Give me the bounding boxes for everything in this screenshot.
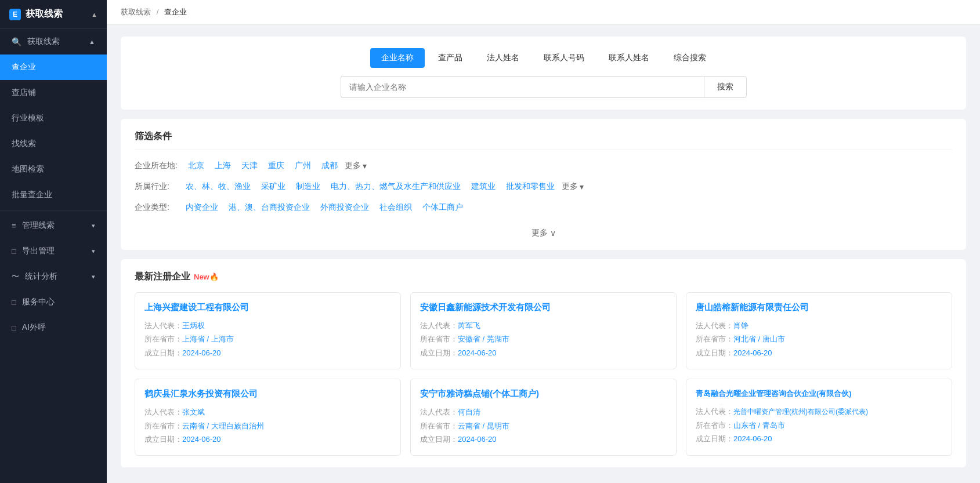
- loc-value-5: 山东省 / 青岛市: [733, 421, 785, 430]
- content-area: 企业名称 查产品 法人姓名 联系人号码 联系人姓名 综合搜索 搜索 筛选条件 企…: [107, 25, 980, 483]
- sidebar-item-get-leads[interactable]: 🔍 获取线索 ▲: [0, 29, 107, 55]
- chevron-down-icon-3: ∨: [550, 228, 556, 238]
- date-value-1: 2024-06-20: [458, 348, 497, 357]
- latest-section: 最新注册企业 New🔥 上海兴蜜建设工程有限公司 法人代表：王炳权 所在省市：上…: [121, 259, 966, 467]
- tab-company-name[interactable]: 企业名称: [370, 48, 425, 68]
- filter-mfg[interactable]: 制造业: [292, 180, 324, 193]
- company-name-0: 上海兴蜜建设工程有限公司: [144, 302, 391, 313]
- breadcrumb-parent[interactable]: 获取线索: [121, 8, 151, 16]
- sidebar: E 获取线索 ▲ 🔍 获取线索 ▲ 查企业 查店铺 行业模板 找线索 地图检索 …: [0, 0, 107, 483]
- tab-comprehensive[interactable]: 综合搜索: [663, 48, 717, 68]
- search-button[interactable]: 搜索: [704, 76, 747, 98]
- date-label-1: 成立日期：: [420, 348, 458, 357]
- filter-individual[interactable]: 个体工商户: [419, 201, 467, 214]
- filter-chongqing[interactable]: 重庆: [265, 159, 288, 172]
- filter-more-bottom[interactable]: 更多 ∨: [135, 222, 952, 238]
- more-label: 更多: [531, 228, 548, 238]
- sidebar-item-pilian-qiye[interactable]: 批量查企业: [0, 182, 107, 208]
- company-info-3: 法人代表：张文斌 所在省市：云南省 / 大理白族自治州 成立日期：2024-06…: [144, 405, 391, 446]
- sidebar-item-manage-leads[interactable]: ≡ 管理线索 ▾: [0, 213, 107, 238]
- filter-row-type: 企业类型: 内资企业 港、澳、台商投资企业 外商投资企业 社会组织 个体工商户: [135, 201, 952, 214]
- tab-legal-person[interactable]: 法人姓名: [476, 48, 530, 68]
- filter-utilities[interactable]: 电力、热力、燃气及水生产和供应业: [327, 180, 464, 193]
- filter-label-location: 企业所在地:: [135, 159, 178, 171]
- company-info-1: 法人代表：芮军飞 所在省市：安徽省 / 芜湖市 成立日期：2024-06-20: [420, 319, 667, 359]
- legal-label-4: 法人代表：: [420, 408, 458, 416]
- search-input[interactable]: [341, 76, 704, 98]
- filter-beijing[interactable]: 北京: [185, 159, 208, 172]
- company-card-4[interactable]: 安宁市雅诗糕点铺(个体工商户) 法人代表：何自清 所在省市：云南省 / 昆明市 …: [410, 379, 677, 456]
- legal-label-5: 法人代表：: [696, 407, 733, 416]
- tab-product[interactable]: 查产品: [427, 48, 473, 68]
- logo-arrow: ▲: [91, 11, 97, 18]
- company-info-0: 法人代表：王炳权 所在省市：上海省 / 上海市 成立日期：2024-06-20: [144, 319, 391, 359]
- chevron-down-icon-2: ▾: [580, 182, 584, 191]
- legal-value-1: 芮军飞: [458, 321, 480, 330]
- latest-title-text: 最新注册企业: [135, 271, 190, 283]
- sidebar-item-cha-qiye[interactable]: 查企业: [0, 55, 107, 80]
- sidebar-item-zhao-xiansuo[interactable]: 找线索: [0, 131, 107, 157]
- date-label-4: 成立日期：: [420, 435, 458, 444]
- arrow-icon: ▲: [89, 38, 95, 45]
- manage-icon: ≡: [12, 221, 16, 230]
- filter-mining[interactable]: 采矿业: [258, 180, 289, 193]
- search-bar: 搜索: [341, 76, 747, 98]
- sidebar-item-service-center[interactable]: □ 服务中心: [0, 289, 107, 315]
- filter-values-industry: 农、林、牧、渔业 采矿业 制造业 电力、热力、燃气及水生产和供应业 建筑业 批发…: [182, 180, 584, 193]
- company-card-1[interactable]: 安徽日鑫新能源技术开发有限公司 法人代表：芮军飞 所在省市：安徽省 / 芜湖市 …: [410, 292, 677, 369]
- company-card-0[interactable]: 上海兴蜜建设工程有限公司 法人代表：王炳权 所在省市：上海省 / 上海市 成立日…: [135, 292, 401, 369]
- filter-social[interactable]: 社会组织: [376, 201, 415, 214]
- divider-1: [0, 210, 107, 210]
- loc-label-5: 所在省市：: [696, 421, 733, 430]
- company-card-5[interactable]: 青岛融合光曜企业管理咨询合伙企业(有限合伙) 法人代表：光普中曜资产管理(杭州)…: [686, 379, 952, 456]
- date-value-4: 2024-06-20: [458, 435, 497, 444]
- tab-contact-phone[interactable]: 联系人号码: [533, 48, 595, 68]
- filter-location-more[interactable]: 更多 ▾: [345, 161, 367, 171]
- date-label-3: 成立日期：: [144, 435, 182, 444]
- filter-foreign[interactable]: 外商投资企业: [317, 201, 373, 214]
- company-name-4: 安宁市雅诗糕点铺(个体工商户): [420, 388, 667, 400]
- legal-value-0: 王炳权: [182, 321, 205, 330]
- chevron-down-icon: ▾: [363, 161, 367, 170]
- sidebar-item-hangye-muban-label: 行业模板: [12, 113, 44, 124]
- manage-arrow-icon: ▾: [92, 222, 95, 230]
- search-section: 企业名称 查产品 法人姓名 联系人号码 联系人姓名 综合搜索 搜索: [121, 37, 966, 110]
- loc-value-3: 云南省 / 大理白族自治州: [182, 422, 264, 430]
- sidebar-item-ai-outbound[interactable]: □ AI外呼: [0, 315, 107, 340]
- breadcrumb-current: 查企业: [164, 8, 187, 16]
- date-value-3: 2024-06-20: [182, 435, 221, 444]
- sidebar-item-export-manage[interactable]: □ 导出管理 ▾: [0, 238, 107, 264]
- sidebar-item-zhao-xiansuo-label: 找线索: [12, 139, 36, 149]
- breadcrumb-sep: /: [157, 8, 159, 16]
- filter-industry-more[interactable]: 更多 ▾: [562, 181, 584, 192]
- filter-hkmacau[interactable]: 港、澳、台商投资企业: [225, 201, 313, 214]
- export-arrow-icon: ▾: [92, 248, 95, 255]
- filter-values-type: 内资企业 港、澳、台商投资企业 外商投资企业 社会组织 个体工商户: [182, 201, 467, 214]
- legal-value-3: 张文斌: [182, 408, 205, 416]
- loc-value-2: 河北省 / 唐山市: [733, 335, 785, 343]
- filter-row-industry: 所属行业: 农、林、牧、渔业 采矿业 制造业 电力、热力、燃气及水生产和供应业 …: [135, 180, 952, 193]
- sidebar-item-ditu-sousuo[interactable]: 地图检索: [0, 157, 107, 182]
- loc-label-4: 所在省市：: [420, 422, 458, 430]
- date-value-0: 2024-06-20: [182, 348, 221, 357]
- tab-contact-name[interactable]: 联系人姓名: [598, 48, 660, 68]
- filter-tianjin[interactable]: 天津: [238, 159, 261, 172]
- sidebar-item-get-leads-label: 获取线索: [27, 37, 60, 47]
- filter-construction[interactable]: 建筑业: [468, 180, 499, 193]
- date-value-5: 2024-06-20: [733, 434, 772, 443]
- stats-arrow-icon: ▾: [92, 273, 95, 281]
- company-card-2[interactable]: 唐山皓榕新能源有限责任公司 法人代表：肖铮 所在省市：河北省 / 唐山市 成立日…: [686, 292, 952, 369]
- latest-title: 最新注册企业 New🔥: [135, 271, 952, 283]
- company-card-3[interactable]: 鹤庆县汇泉水务投资有限公司 法人代表：张文斌 所在省市：云南省 / 大理白族自治…: [135, 379, 401, 456]
- sidebar-item-cha-pupu[interactable]: 查店铺: [0, 80, 107, 106]
- sidebar-item-ditu-sousuo-label: 地图检索: [12, 164, 44, 175]
- filter-chengdu[interactable]: 成都: [318, 159, 341, 172]
- filter-shanghai[interactable]: 上海: [211, 159, 234, 172]
- sidebar-item-stats-analysis[interactable]: 〜 统计分析 ▾: [0, 264, 107, 289]
- filter-domestic[interactable]: 内资企业: [182, 201, 222, 214]
- filter-guangzhou[interactable]: 广州: [291, 159, 314, 172]
- filter-retail[interactable]: 批发和零售业: [502, 180, 558, 193]
- sidebar-item-manage-leads-label: 管理线索: [22, 220, 55, 231]
- sidebar-item-hangye-muban[interactable]: 行业模板: [0, 106, 107, 131]
- filter-agri[interactable]: 农、林、牧、渔业: [182, 180, 254, 193]
